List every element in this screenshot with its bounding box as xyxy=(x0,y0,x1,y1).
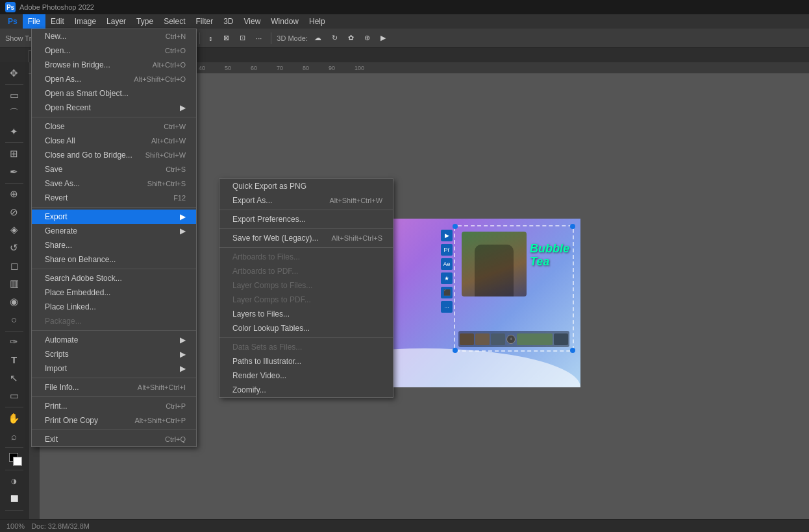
tool-path-select[interactable]: ↖ xyxy=(4,370,25,387)
menu-new[interactable]: New...Ctrl+N xyxy=(32,29,196,43)
menu-open-as[interactable]: Open As...Alt+Shift+Ctrl+O xyxy=(32,72,196,86)
tool-healing[interactable]: ⊕ xyxy=(4,186,25,202)
toolbar-sep-2 xyxy=(199,32,200,44)
export-sep-3 xyxy=(219,247,393,248)
menu-select[interactable]: Select xyxy=(158,14,190,29)
menu-place-embedded[interactable]: Place Embedded... xyxy=(32,285,196,300)
3d-mode-btn1[interactable]: ☁ xyxy=(310,32,325,43)
tool-magic-wand[interactable]: ✦ xyxy=(4,123,25,140)
bubble-tea-text: BubbleTea xyxy=(530,243,569,269)
tool-history-brush[interactable]: ↺ xyxy=(4,239,25,256)
widget-ctrl-2[interactable]: Pr xyxy=(441,244,453,256)
menu-print[interactable]: Print...Ctrl+P xyxy=(32,399,196,413)
tool-type[interactable]: T xyxy=(4,352,25,369)
tool-shape[interactable]: ▭ xyxy=(4,387,25,404)
export-layer-comps-files[interactable]: Layer Comps to Files... xyxy=(219,278,393,293)
tool-dodge[interactable]: ○ xyxy=(4,311,25,328)
tool-screen-mode[interactable]: ⬜ xyxy=(4,490,25,507)
menu-generate[interactable]: Generate▶ xyxy=(32,224,196,238)
tool-fg-color[interactable] xyxy=(4,450,25,467)
widget-ctrl-6[interactable]: ··· xyxy=(441,301,453,313)
app-title: Adobe Photoshop 2022 xyxy=(19,3,94,11)
menu-3d[interactable]: 3D xyxy=(218,14,238,29)
3d-mode-btn4[interactable]: ⊕ xyxy=(360,32,374,43)
menu-package[interactable]: Package... xyxy=(32,314,196,328)
menu-close[interactable]: CloseCtrl+W xyxy=(32,119,196,134)
distribute-right-btn[interactable]: ⊡ xyxy=(236,32,249,43)
menu-edit[interactable]: Edit xyxy=(45,14,69,29)
menu-exit[interactable]: ExitCtrl+Q xyxy=(32,432,196,446)
tool-blur[interactable]: ◉ xyxy=(4,293,25,310)
menu-file[interactable]: File xyxy=(23,14,45,29)
menu-layer[interactable]: Layer xyxy=(101,14,131,29)
menu-export[interactable]: Export▶ xyxy=(32,210,196,224)
menu-revert[interactable]: RevertF12 xyxy=(32,191,196,205)
menu-place-linked[interactable]: Place Linked... xyxy=(32,300,196,314)
widget-ctrl-3[interactable]: Ae xyxy=(441,258,453,270)
menu-save[interactable]: SaveCtrl+S xyxy=(32,162,196,176)
export-quick-png[interactable]: Quick Export as PNG xyxy=(219,179,393,193)
menu-print-one[interactable]: Print One CopyAlt+Shift+Ctrl+P xyxy=(32,413,196,428)
tool-gradient[interactable]: ▥ xyxy=(4,276,25,293)
tool-quick-mask[interactable]: ◑ xyxy=(4,472,25,489)
export-as[interactable]: Export As...Alt+Shift+Ctrl+W xyxy=(219,193,393,208)
tool-rect-select[interactable]: ▭ xyxy=(4,87,25,104)
widget-ctrl-5[interactable]: ⬛ xyxy=(441,287,453,298)
distribute-left-btn[interactable]: ⫾ xyxy=(205,33,217,43)
menu-search-stock[interactable]: Search Adobe Stock... xyxy=(32,271,196,285)
export-zoomify[interactable]: Zoomify... xyxy=(219,383,393,397)
widget-controls: ▶ Pr Ae ★ ⬛ ··· xyxy=(441,230,453,313)
export-paths-illustrator[interactable]: Paths to Illustrator... xyxy=(219,354,393,369)
menu-ps[interactable]: Ps xyxy=(3,14,23,29)
menu-open-smart[interactable]: Open as Smart Object... xyxy=(32,86,196,101)
doc-size: Doc: 32.8M/32.8M xyxy=(31,522,90,530)
tool-crop[interactable]: ⊞ xyxy=(4,145,25,162)
menu-close-bridge[interactable]: Close and Go to Bridge...Shift+Ctrl+W xyxy=(32,148,196,162)
menu-filter[interactable]: Filter xyxy=(190,14,218,29)
menu-open-recent[interactable]: Open Recent▶ xyxy=(32,101,196,115)
menu-save-as[interactable]: Save As...Shift+Ctrl+S xyxy=(32,176,196,191)
distribute-center-btn[interactable]: ⊠ xyxy=(219,32,233,43)
export-preferences[interactable]: Export Preferences... xyxy=(219,212,393,226)
tool-brush[interactable]: ⊘ xyxy=(4,204,25,221)
menu-scripts[interactable]: Scripts▶ xyxy=(32,347,196,361)
menu-browse-bridge[interactable]: Browse in Bridge...Alt+Ctrl+O xyxy=(32,58,196,72)
tool-eyedropper[interactable]: ✒ xyxy=(4,163,25,180)
tool-pen[interactable]: ✑ xyxy=(4,333,25,350)
tool-move[interactable]: ✥ xyxy=(4,65,25,82)
tool-zoom[interactable]: ⌕ xyxy=(4,428,25,444)
tool-hand[interactable]: ✋ xyxy=(4,410,25,427)
menu-image[interactable]: Image xyxy=(69,14,101,29)
export-datasets[interactable]: Data Sets as Files... xyxy=(219,340,393,354)
menu-automate[interactable]: Automate▶ xyxy=(32,333,196,347)
export-layers-files[interactable]: Layers to Files... xyxy=(219,307,393,321)
menu-share-behance[interactable]: Share on Behance... xyxy=(32,252,196,267)
menu-file-info[interactable]: File Info...Alt+Shift+Ctrl+I xyxy=(32,380,196,394)
tool-stamp[interactable]: ◈ xyxy=(4,222,25,239)
more-options-btn[interactable]: ··· xyxy=(252,33,266,43)
3d-mode-btn5[interactable]: ▶ xyxy=(377,32,390,43)
export-artboards-pdf[interactable]: Artboards to PDF... xyxy=(219,264,393,278)
export-render-video[interactable]: Render Video... xyxy=(219,369,393,383)
export-color-lookup[interactable]: Color Lookup Tables... xyxy=(219,321,393,335)
3d-mode-btn2[interactable]: ↻ xyxy=(328,32,342,43)
export-artboards-files[interactable]: Artboards to Files... xyxy=(219,250,393,264)
menu-help[interactable]: Help xyxy=(304,14,330,29)
menu-open[interactable]: Open...Ctrl+O xyxy=(32,43,196,58)
menu-type[interactable]: Type xyxy=(131,14,158,29)
menu-share[interactable]: Share... xyxy=(32,238,196,252)
menu-window[interactable]: Window xyxy=(266,14,304,29)
menu-sep-1 xyxy=(32,117,196,117)
menu-close-all[interactable]: Close AllAlt+Ctrl+W xyxy=(32,134,196,148)
widget-ctrl-4[interactable]: ★ xyxy=(441,272,453,284)
3d-mode-btn3[interactable]: ✿ xyxy=(344,32,358,43)
tool-eraser[interactable]: ◻ xyxy=(4,258,25,274)
menu-sep-3 xyxy=(32,269,196,269)
tool-lasso[interactable]: ⌒ xyxy=(4,105,25,122)
widget-ctrl-1[interactable]: ▶ xyxy=(441,230,453,241)
export-sep-1 xyxy=(219,210,393,210)
export-save-web[interactable]: Save for Web (Legacy)...Alt+Shift+Ctrl+S xyxy=(219,231,393,245)
menu-view[interactable]: View xyxy=(239,14,266,29)
menu-import[interactable]: Import▶ xyxy=(32,361,196,376)
export-layer-comps-pdf[interactable]: Layer Comps to PDF... xyxy=(219,293,393,307)
